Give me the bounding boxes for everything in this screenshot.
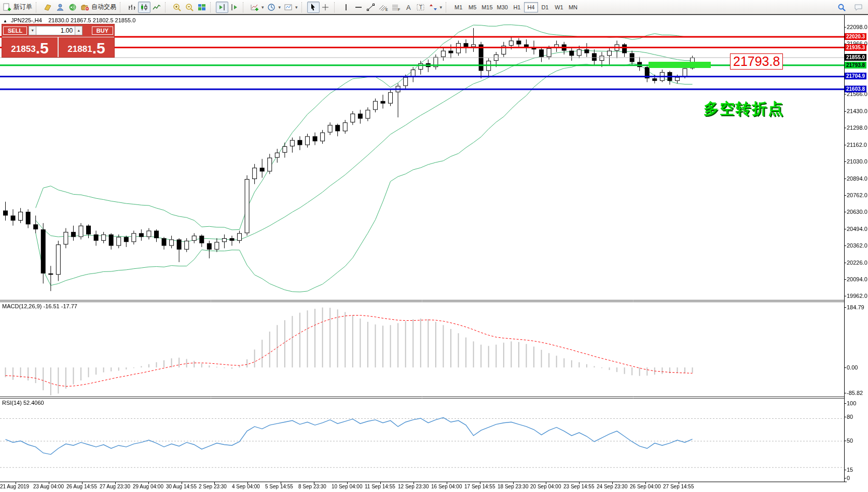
vertical-line-button[interactable] — [340, 2, 352, 13]
dropdown-caret-icon: ▾ — [440, 5, 443, 10]
toolbar-separator — [210, 2, 214, 12]
time-axis-label: 16 Sep 04:00 — [431, 484, 462, 489]
bar-chart-icon — [127, 3, 136, 11]
signals-icon — [68, 3, 77, 11]
fibonacci-button[interactable]: F — [390, 2, 402, 13]
price-level-flag: 21793.8 — [845, 62, 866, 69]
timeframe-m15-button[interactable]: M15 — [479, 2, 494, 12]
buy-price[interactable]: 21881.5 — [59, 37, 114, 57]
chart-canvas[interactable] — [0, 0, 868, 492]
time-axis-label: 17 Sep 14:55 — [464, 484, 495, 489]
crosshair-icon — [321, 3, 330, 11]
price-callout-box[interactable]: 21793.8 — [730, 53, 783, 70]
time-axis-label: 5 Sep 14:55 — [265, 484, 293, 489]
dropdown-caret-icon: ▾ — [261, 5, 264, 10]
dropdown-caret-icon: ▾ — [295, 5, 298, 10]
toolbar-separator — [165, 2, 169, 12]
macd-axis-tick: 0.00 — [847, 364, 858, 371]
one-click-trading-panel: SELL ▼ ▲ BUY 21853.5 21881.5 — [2, 24, 115, 58]
zoom-in-button[interactable] — [171, 2, 183, 13]
vertical-line-icon — [341, 3, 351, 11]
templates-button[interactable]: ▾ — [282, 2, 299, 13]
periods-icon — [267, 3, 277, 11]
rsi-axis-tick: 15 — [847, 467, 853, 473]
cursor-icon — [309, 3, 318, 11]
chart-ohlc-values: 21830.0 21867.5 21802.5 21855.0 — [48, 17, 135, 23]
equidistant-channel-icon: E — [379, 3, 388, 11]
time-axis-label: 12 Sep 23:30 — [398, 484, 429, 489]
price-axis-tick: 22098.0 — [847, 24, 867, 30]
periods-button[interactable]: ▾ — [266, 2, 283, 13]
metaeditor-button[interactable] — [42, 2, 54, 13]
zoom-out-button[interactable] — [183, 2, 196, 13]
fibonacci-icon: F — [391, 3, 401, 11]
timeframe-d1-button[interactable]: D1 — [538, 2, 552, 12]
autotrading-label: 自动交易 — [91, 3, 116, 11]
price-level-flag: 22020.3 — [845, 33, 866, 40]
time-axis-label: 2 Sep 23:30 — [199, 484, 227, 489]
volume-decrease-button[interactable]: ▼ — [29, 26, 36, 35]
buy-button[interactable]: BUY — [92, 26, 113, 35]
volume-increase-button[interactable]: ▲ — [75, 26, 82, 35]
candlestick-chart-button[interactable] — [138, 2, 150, 13]
signals-button[interactable] — [66, 2, 79, 13]
time-axis-label: 26 Aug 14:55 — [66, 484, 97, 489]
trading-app-window: 新订单自动交易▾▾▾EFAT▾M1M5M15M30H1H4D1W1MN ▲ JP… — [0, 0, 868, 492]
profile-icon — [56, 3, 65, 11]
time-axis-label: 10 Sep 04:00 — [332, 484, 363, 489]
price-axis-tick: 20894.0 — [847, 175, 867, 182]
panel-collapse-icon[interactable]: ▲ — [3, 19, 7, 23]
new-order-icon — [3, 3, 12, 11]
rsi-indicator-label: RSI(14) 52.4060 — [2, 400, 44, 406]
horizontal-line-button[interactable] — [352, 2, 365, 13]
chat-button[interactable] — [852, 2, 865, 13]
chart-shift-button[interactable] — [228, 2, 241, 13]
arrows-button[interactable]: ▾ — [427, 2, 444, 13]
svg-text:F: F — [398, 8, 400, 11]
time-axis-label: 23 Sep 14:55 — [563, 484, 595, 489]
crosshair-button[interactable] — [320, 2, 332, 13]
sell-price[interactable]: 21853.5 — [2, 37, 58, 57]
timeframe-h1-button[interactable]: H1 — [510, 2, 524, 12]
timeframe-m30-button[interactable]: M30 — [495, 2, 510, 12]
chart-title: ▲ JPN225-,H4 21830.0 21867.5 21802.5 218… — [3, 17, 135, 23]
price-level-flag: 21603.8 — [845, 86, 866, 92]
time-axis-label: 30 Aug 14:55 — [166, 484, 197, 489]
autotrading-icon — [80, 3, 90, 11]
price-level-flag: 21855.0 — [845, 54, 866, 61]
timeframe-m5-button[interactable]: M5 — [465, 2, 479, 12]
text-label-button[interactable]: T — [415, 2, 427, 13]
zoom-in-icon — [172, 3, 182, 11]
metaeditor-icon — [43, 3, 52, 11]
timeframe-w1-button[interactable]: W1 — [552, 2, 566, 12]
profile-button[interactable] — [54, 2, 66, 13]
timeframe-h4-button[interactable]: H4 — [524, 2, 538, 12]
trendline-button[interactable] — [365, 2, 377, 13]
cursor-button[interactable] — [307, 2, 320, 13]
price-level-flag: 21704.9 — [845, 73, 866, 79]
volume-input[interactable] — [36, 26, 75, 35]
equidistant-channel-button[interactable]: E — [377, 2, 390, 13]
toolbar-separator — [36, 2, 39, 12]
chat-icon — [854, 3, 863, 11]
svg-text:E: E — [385, 8, 388, 11]
indicators-icon — [250, 3, 259, 11]
text-button[interactable]: A — [402, 2, 415, 13]
templates-icon — [284, 3, 293, 11]
timeframe-mn-button[interactable]: MN — [566, 2, 580, 12]
autotrading-button[interactable]: 自动交易 — [79, 2, 118, 13]
price-axis-tick: 20494.0 — [847, 226, 867, 232]
chart-symbol: JPN225-,H4 — [11, 17, 42, 23]
indicators-button[interactable]: ▾ — [249, 2, 266, 13]
line-chart-button[interactable] — [150, 2, 163, 13]
new-order-button[interactable]: 新订单 — [1, 2, 34, 13]
sell-button[interactable]: SELL — [3, 26, 27, 35]
search-button[interactable] — [836, 2, 848, 13]
timeframe-m1-button[interactable]: M1 — [451, 2, 465, 12]
bar-chart-button[interactable] — [126, 2, 138, 13]
tile-windows-button[interactable] — [196, 2, 208, 13]
arrows-icon — [429, 3, 438, 11]
auto-scroll-button[interactable] — [216, 2, 228, 13]
time-axis-label: 27 Aug 23:30 — [100, 484, 130, 489]
main-toolbar: 新订单自动交易▾▾▾EFAT▾M1M5M15M30H1H4D1W1MN — [0, 0, 868, 15]
